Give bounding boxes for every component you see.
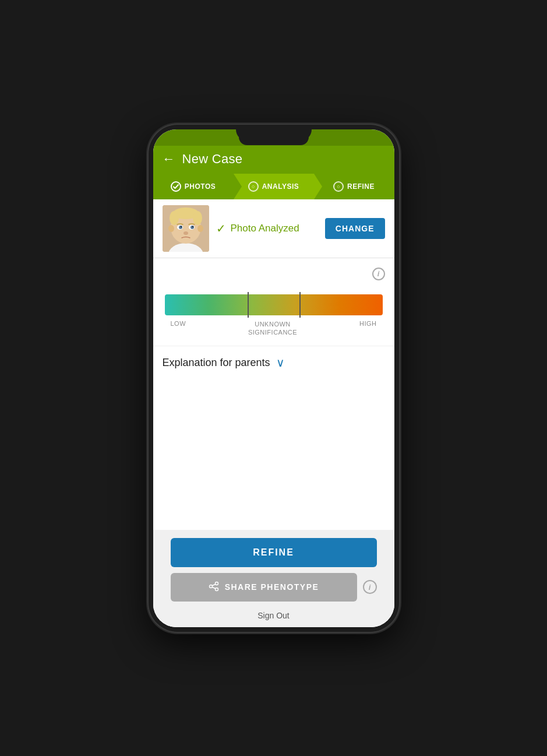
tab-refine[interactable]: ○ REFINE bbox=[314, 174, 394, 199]
svg-point-4 bbox=[170, 211, 179, 225]
label-high: HIGH bbox=[359, 320, 377, 337]
bar-labels: LOW UNKNOWNSIGNIFICANCE HIGH bbox=[165, 320, 383, 337]
svg-point-14 bbox=[183, 231, 188, 235]
svg-point-12 bbox=[180, 226, 181, 227]
label-unknown: UNKNOWNSIGNIFICANCE bbox=[248, 320, 297, 337]
tab-photos[interactable]: PHOTOS bbox=[153, 174, 234, 199]
photo-status: ✓ Photo Analyzed bbox=[216, 221, 318, 235]
share-icon bbox=[209, 581, 219, 593]
tab-bar: PHOTOS ○ ANALYSIS ○ REFINE bbox=[153, 174, 394, 199]
svg-point-17 bbox=[215, 588, 218, 590]
spacer bbox=[153, 379, 394, 529]
share-phenotype-button[interactable]: SHARE PHENOTYPE bbox=[171, 573, 357, 602]
marker-right bbox=[299, 292, 301, 318]
gradient-bar bbox=[165, 294, 383, 315]
svg-point-11 bbox=[190, 226, 194, 229]
share-info-icon[interactable]: i bbox=[363, 580, 377, 594]
phone-frame: ← New Case PHOTOS ○ ANALYSIS bbox=[149, 125, 399, 632]
label-low: LOW bbox=[171, 320, 186, 337]
explanation-header[interactable]: Explanation for parents ∨ bbox=[163, 356, 385, 370]
tab-photos-label: PHOTOS bbox=[185, 182, 216, 191]
page-title: New Case bbox=[182, 152, 243, 167]
svg-point-16 bbox=[209, 585, 212, 588]
svg-line-19 bbox=[212, 587, 215, 589]
tab-refine-icon: ○ bbox=[333, 181, 344, 192]
svg-line-18 bbox=[212, 584, 215, 586]
tab-refine-label: REFINE bbox=[347, 182, 375, 191]
bottom-actions: REFINE SHARE PHENOTYPE bbox=[153, 530, 394, 627]
svg-point-5 bbox=[193, 211, 202, 225]
info-row: i bbox=[163, 268, 385, 280]
spectrum-section: i LOW UNKNOWNSIGNIFICANCE HIGH bbox=[153, 258, 394, 346]
main-content: ✓ Photo Analyzed CHANGE i LOW bbox=[153, 199, 394, 627]
svg-point-6 bbox=[168, 225, 174, 232]
check-icon: ✓ bbox=[216, 221, 226, 235]
tab-analysis-arrow bbox=[314, 174, 322, 199]
sign-out-row: Sign Out bbox=[171, 607, 377, 621]
explanation-section: Explanation for parents ∨ bbox=[153, 346, 394, 379]
chevron-down-icon: ∨ bbox=[276, 356, 285, 370]
change-button[interactable]: CHANGE bbox=[325, 218, 385, 239]
photo-row: ✓ Photo Analyzed CHANGE bbox=[153, 199, 394, 258]
tab-analysis-label: ANALYSIS bbox=[262, 182, 299, 191]
share-phenotype-label: SHARE PHENOTYPE bbox=[225, 582, 319, 592]
share-row: SHARE PHENOTYPE i bbox=[171, 573, 377, 602]
screen: ← New Case PHOTOS ○ ANALYSIS bbox=[153, 129, 394, 627]
photo-analyzed-text: Photo Analyzed bbox=[231, 223, 299, 234]
tab-analysis[interactable]: ○ ANALYSIS bbox=[234, 174, 314, 199]
phone-notch bbox=[236, 125, 312, 141]
svg-point-15 bbox=[215, 582, 218, 585]
tab-photos-arrow bbox=[234, 174, 242, 199]
patient-photo bbox=[163, 205, 209, 252]
sign-out-link[interactable]: Sign Out bbox=[257, 611, 289, 620]
spectrum-info-icon[interactable]: i bbox=[372, 268, 385, 280]
refine-button[interactable]: REFINE bbox=[171, 538, 377, 567]
marker-left bbox=[248, 292, 249, 318]
gradient-bar-container: LOW UNKNOWNSIGNIFICANCE HIGH bbox=[165, 294, 383, 337]
svg-point-7 bbox=[197, 225, 203, 232]
app-header: ← New Case bbox=[153, 146, 394, 174]
tab-analysis-icon: ○ bbox=[248, 181, 259, 192]
svg-point-13 bbox=[192, 226, 193, 227]
svg-point-10 bbox=[179, 226, 182, 229]
explanation-title: Explanation for parents bbox=[163, 357, 270, 369]
back-button[interactable]: ← bbox=[163, 152, 175, 167]
tab-photos-icon bbox=[171, 181, 181, 192]
